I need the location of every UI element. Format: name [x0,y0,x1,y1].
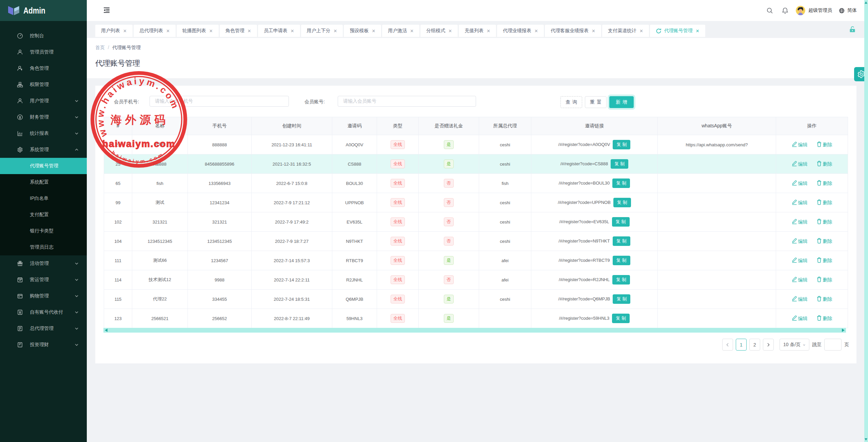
svg-text:海外源码: 海外源码 [110,113,169,126]
svg-text:haiwaiym.com: haiwaiym.com [102,139,175,149]
